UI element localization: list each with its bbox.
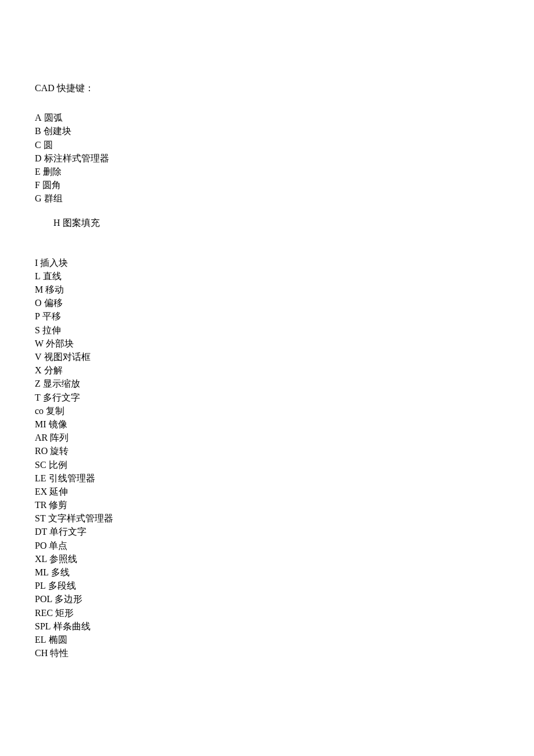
shortcut-line: O 偏移: [35, 296, 499, 309]
shortcut-key: M: [35, 283, 43, 296]
shortcut-key: MI: [35, 417, 46, 431]
shortcut-line: DT 单行文字: [35, 525, 499, 538]
shortcut-key: P: [35, 309, 40, 323]
shortcut-desc: 圆弧: [42, 113, 63, 123]
shortcut-group-2: I 插入块L 直线M 移动O 偏移P 平移S 拉伸W 外部块V 视图对话框X 分…: [35, 256, 499, 660]
shortcut-key: A: [35, 111, 42, 124]
shortcut-line: EX 延伸: [35, 485, 499, 498]
shortcut-desc: 标注样式管理器: [42, 153, 109, 163]
shortcut-desc: 单行文字: [47, 527, 86, 537]
shortcut-key: S: [35, 323, 40, 337]
document-title: CAD 快捷键：: [35, 81, 499, 95]
shortcut-key: D: [35, 152, 42, 165]
shortcut-desc: 复制: [44, 406, 64, 416]
shortcut-desc: 插入块: [38, 258, 68, 268]
shortcut-desc: 多行文字: [41, 393, 80, 402]
shortcut-key: PL: [35, 579, 46, 592]
shortcut-desc: 多线: [49, 567, 70, 577]
shortcut-key: C: [35, 138, 41, 152]
shortcut-key: ST: [35, 512, 46, 525]
shortcut-key: F: [35, 178, 40, 192]
shortcut-indented: H 图案填充: [35, 216, 499, 229]
shortcut-desc: 显示缩放: [41, 379, 80, 388]
shortcut-line: SC 比例: [35, 458, 499, 471]
shortcut-desc: 偏移: [42, 298, 63, 308]
shortcut-key: V: [35, 350, 42, 363]
shortcut-key: co: [35, 404, 44, 417]
shortcut-desc: 矩形: [53, 608, 74, 618]
shortcut-line: I 插入块: [35, 256, 499, 269]
shortcut-key: L: [35, 269, 41, 283]
shortcut-desc: 参照线: [47, 554, 77, 564]
shortcut-key: H: [53, 216, 60, 229]
shortcut-line: W 外部块: [35, 337, 499, 350]
shortcut-line: L 直线: [35, 269, 499, 283]
shortcut-key: RO: [35, 444, 48, 458]
shortcut-line: co 复制: [35, 404, 499, 417]
shortcut-desc: 分解: [42, 365, 63, 375]
shortcut-line: POL 多边形: [35, 592, 499, 606]
shortcut-desc: 文字样式管理器: [46, 513, 113, 523]
shortcut-desc: 移动: [43, 285, 64, 294]
shortcut-desc: 直线: [41, 271, 62, 281]
shortcut-desc: 样条曲线: [51, 621, 91, 631]
shortcut-key: POL: [35, 592, 52, 606]
shortcut-desc: 删除: [41, 167, 62, 177]
shortcut-line: ST 文字样式管理器: [35, 512, 499, 525]
shortcut-key: W: [35, 337, 44, 350]
shortcut-desc: 拉伸: [40, 325, 61, 335]
shortcut-line: G 群组: [35, 192, 499, 205]
shortcut-line: E 删除: [35, 165, 499, 178]
shortcut-line: ML 多线: [35, 566, 499, 579]
shortcut-key: G: [35, 192, 42, 205]
shortcut-line: T 多行文字: [35, 391, 499, 404]
shortcut-desc: 多段线: [46, 581, 76, 591]
shortcut-key: X: [35, 363, 42, 377]
shortcut-key: SPL: [35, 620, 51, 633]
shortcut-desc: 外部块: [44, 339, 74, 348]
shortcut-desc: 创建块: [41, 126, 71, 136]
shortcut-desc: 单点: [46, 541, 67, 550]
shortcut-line: V 视图对话框: [35, 350, 499, 363]
shortcut-desc: 延伸: [47, 487, 68, 496]
shortcut-key: Z: [35, 377, 41, 390]
shortcut-desc: 图案填充: [63, 218, 100, 228]
shortcut-key: PO: [35, 539, 46, 552]
shortcut-line: XL 参照线: [35, 552, 499, 566]
shortcut-desc: 圆角: [40, 180, 61, 190]
shortcut-line: TR 修剪: [35, 498, 499, 512]
shortcut-key: REC: [35, 606, 53, 620]
shortcut-line: M 移动: [35, 283, 499, 296]
shortcut-key: E: [35, 165, 41, 178]
shortcut-line: PL 多段线: [35, 579, 499, 592]
shortcut-line: B 创建块: [35, 124, 499, 138]
shortcut-line: D 标注样式管理器: [35, 152, 499, 165]
shortcut-key: O: [35, 296, 42, 309]
shortcut-line: PO 单点: [35, 539, 499, 552]
shortcut-line: EL 椭圆: [35, 633, 499, 646]
shortcut-desc: 视图对话框: [42, 352, 91, 362]
shortcut-line: F 圆角: [35, 178, 499, 192]
shortcut-key: B: [35, 124, 41, 138]
shortcut-desc: 引线管理器: [46, 473, 95, 483]
shortcut-desc: 镜像: [46, 419, 67, 429]
shortcut-desc: 修剪: [46, 500, 67, 510]
shortcut-desc: 阵列: [48, 433, 68, 442]
shortcut-desc: 特性: [48, 648, 68, 658]
shortcut-line: SPL 样条曲线: [35, 620, 499, 633]
shortcut-desc: 椭圆: [46, 635, 67, 645]
shortcut-key: ML: [35, 566, 49, 579]
shortcut-line: A 圆弧: [35, 111, 499, 124]
shortcut-desc: 群组: [42, 193, 63, 203]
shortcut-key: XL: [35, 552, 47, 566]
shortcut-line: MI 镜像: [35, 417, 499, 431]
shortcut-group-1: A 圆弧B 创建块C 圆D 标注样式管理器E 删除F 圆角G 群组: [35, 111, 499, 205]
shortcut-line: S 拉伸: [35, 323, 499, 337]
shortcut-line: X 分解: [35, 363, 499, 377]
shortcut-key: AR: [35, 431, 48, 444]
shortcut-key: DT: [35, 525, 47, 538]
shortcut-desc: 旋转: [48, 446, 68, 456]
shortcut-key: LE: [35, 471, 46, 485]
shortcut-desc: 平移: [40, 311, 61, 321]
shortcut-line: Z 显示缩放: [35, 377, 499, 390]
